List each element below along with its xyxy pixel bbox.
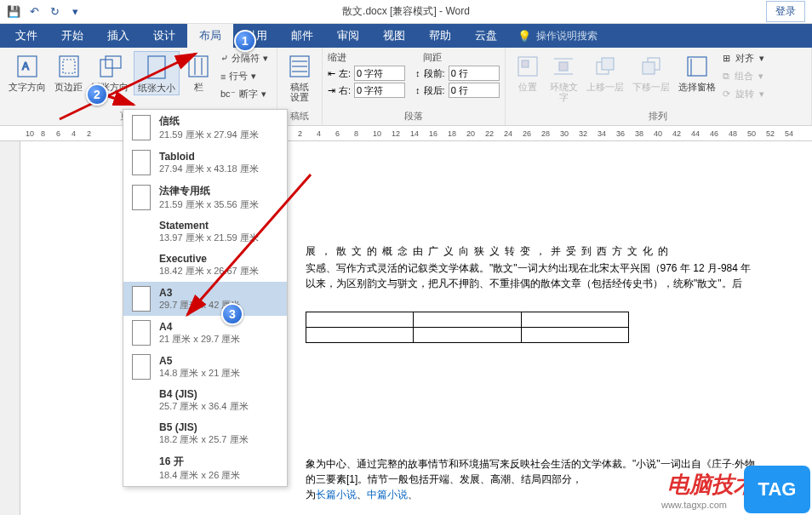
- menu-file[interactable]: 文件: [3, 24, 49, 48]
- send-backward-button: 下移一层: [629, 51, 673, 94]
- size-option-b4-jis-[interactable]: B4 (JIS)25.7 厘米 x 36.4 厘米: [123, 384, 287, 417]
- svg-rect-15: [522, 60, 529, 67]
- indent-right-input[interactable]: [354, 83, 405, 98]
- size-option-16-[interactable]: 16 开18.4 厘米 x 26 厘米: [123, 450, 287, 486]
- size-dimensions: 21.59 厘米 x 27.94 厘米: [159, 129, 259, 141]
- size-option-a5[interactable]: A514.8 厘米 x 21 厘米: [123, 350, 287, 384]
- qat-customize-icon[interactable]: ▾: [68, 5, 82, 19]
- text-direction-button[interactable]: A 文字方向: [5, 51, 49, 94]
- size-dimensions: 25.7 厘米 x 36.4 厘米: [159, 400, 249, 413]
- group-icon: ⧉: [723, 71, 729, 82]
- space-after-input[interactable]: [449, 83, 500, 98]
- doc-line-1: 展，散文的概念由广义向狭义转变，并受到西方文化的: [306, 243, 807, 260]
- indent-right-spinner[interactable]: ⇥右:: [328, 83, 405, 98]
- callout-1: 1: [234, 30, 256, 52]
- position-button: 位置: [511, 51, 545, 94]
- menu-bar: 文件 开始 插入 设计 布局 引用 邮件 审阅 视图 帮助 云盘 💡 操作说明搜…: [0, 24, 812, 48]
- space-before-icon: ↕: [415, 68, 420, 78]
- vertical-ruler[interactable]: [0, 141, 20, 515]
- page-icon: [132, 150, 151, 175]
- size-dimensions: 13.97 厘米 x 21.59 厘米: [159, 232, 259, 244]
- menu-design[interactable]: 设计: [141, 24, 187, 48]
- menu-cloud[interactable]: 云盘: [463, 24, 509, 48]
- menu-help[interactable]: 帮助: [417, 24, 463, 48]
- doc-line-2: 实感、写作方式灵活的记叙类文学体裁。"散文"一词大约出现在北宋太平兴国（976 …: [306, 260, 807, 277]
- svg-text:A: A: [22, 60, 29, 72]
- line-numbers-icon: ≡: [220, 72, 226, 82]
- page-icon: [132, 115, 151, 140]
- space-after-icon: ↕: [415, 85, 420, 95]
- rotate-icon: ⟳: [723, 89, 730, 100]
- hyphenation-icon: bc⁻: [220, 89, 236, 100]
- menu-insert[interactable]: 插入: [95, 24, 141, 48]
- size-option-a4[interactable]: A421 厘米 x 29.7 厘米: [123, 316, 287, 350]
- redo-icon[interactable]: ↻: [48, 5, 61, 19]
- undo-icon[interactable]: ↶: [27, 5, 41, 19]
- svg-rect-3: [63, 60, 75, 73]
- space-before-spinner[interactable]: ↕段前:: [415, 66, 500, 81]
- size-name: Tabloid: [159, 151, 259, 163]
- selection-pane-button[interactable]: 选择窗格: [675, 51, 719, 94]
- size-option-executive[interactable]: Executive18.42 厘米 x 26.67 厘米: [123, 249, 287, 282]
- svg-rect-7: [189, 56, 208, 77]
- bring-forward-icon: [594, 55, 616, 77]
- size-name: A5: [159, 355, 240, 367]
- bulb-icon: 💡: [518, 30, 531, 43]
- menu-view[interactable]: 视图: [371, 24, 417, 48]
- manuscript-settings-button[interactable]: 稿纸 设置: [283, 51, 317, 104]
- title-bar: 💾 ↶ ↻ ▾ 散文.docx [兼容模式] - Word 登录: [0, 0, 812, 24]
- watermark-url: www.tagxp.com: [661, 500, 727, 510]
- line-numbers-button[interactable]: ≡行号 ▾: [217, 69, 272, 83]
- space-after-spinner[interactable]: ↕段后:: [415, 83, 500, 98]
- size-option--[interactable]: 信纸21.59 厘米 x 27.94 厘米: [123, 110, 287, 146]
- size-dimensions: 27.94 厘米 x 43.18 厘米: [159, 163, 259, 175]
- size-option--[interactable]: 法律专用纸21.59 厘米 x 35.56 厘米: [123, 180, 287, 215]
- menu-home[interactable]: 开始: [49, 24, 95, 48]
- align-button[interactable]: ⊞对齐 ▾: [721, 51, 766, 66]
- menu-review[interactable]: 审阅: [325, 24, 371, 48]
- orientation-icon: [98, 54, 122, 78]
- paragraph-group-label: 段落: [328, 110, 500, 123]
- size-option-b5-jis-[interactable]: B5 (JIS)18.2 厘米 x 25.7 厘米: [123, 417, 287, 450]
- spacing-header: 间距: [423, 51, 442, 64]
- send-backward-icon: [640, 55, 662, 77]
- columns-button[interactable]: 栏: [181, 51, 215, 94]
- indent-left-input[interactable]: [354, 66, 405, 81]
- wrap-icon: [552, 55, 575, 77]
- hyphenation-button[interactable]: bc⁻断字 ▾: [217, 87, 272, 101]
- save-icon[interactable]: 💾: [7, 5, 20, 19]
- paper-size-dropdown: 信纸21.59 厘米 x 27.94 厘米Tabloid27.94 厘米 x 4…: [123, 109, 288, 487]
- link-medium-novel[interactable]: 中篇小说: [367, 489, 408, 501]
- login-button[interactable]: 登录: [766, 1, 805, 22]
- margins-button[interactable]: 页边距: [51, 51, 86, 94]
- space-before-input[interactable]: [449, 66, 500, 81]
- group-arrange: 位置 环绕文 字 上移一层 下移一层 选择窗格 ⊞对齐 ▾ ⧉组合 ▾ ⟳旋转 …: [506, 48, 812, 125]
- size-option-tabloid[interactable]: Tabloid27.94 厘米 x 43.18 厘米: [123, 146, 287, 180]
- breaks-icon: ⤶: [220, 53, 228, 64]
- manuscript-icon: [289, 54, 311, 78]
- size-option-a3[interactable]: A329.7 厘米 x 42 厘米: [123, 282, 287, 316]
- svg-rect-6: [148, 56, 165, 78]
- size-name: Executive: [159, 253, 259, 265]
- menu-layout[interactable]: 布局: [187, 24, 233, 48]
- svg-rect-23: [688, 57, 706, 76]
- page-icon: [132, 320, 151, 346]
- position-icon: [517, 55, 539, 77]
- menu-mailings[interactable]: 邮件: [279, 24, 325, 48]
- doc-table: [306, 312, 629, 343]
- group-paragraph: 缩进 间距 ⇤左: ↕段前: ⇥右: ↕段后: 段落: [323, 48, 506, 125]
- indent-left-spinner[interactable]: ⇤左:: [328, 66, 405, 81]
- doc-line-6: 为长篇小说、中篇小说、: [306, 487, 418, 503]
- text-direction-icon: A: [16, 54, 38, 78]
- size-dimensions: 18.2 厘米 x 25.7 厘米: [159, 433, 249, 446]
- svg-rect-22: [643, 62, 655, 74]
- size-option-statement[interactable]: Statement13.97 厘米 x 21.59 厘米: [123, 215, 287, 249]
- link-long-novel[interactable]: 长篇小说: [316, 489, 357, 501]
- callout-2: 2: [86, 83, 108, 106]
- manuscript-group-label: 稿纸: [283, 110, 317, 123]
- svg-rect-20: [602, 58, 614, 70]
- paper-size-button[interactable]: 纸张大小: [134, 51, 180, 95]
- breaks-button[interactable]: ⤶分隔符 ▾: [217, 51, 272, 66]
- wrap-text-button: 环绕文 字: [546, 51, 581, 104]
- tell-me-search[interactable]: 💡 操作说明搜索: [518, 24, 598, 48]
